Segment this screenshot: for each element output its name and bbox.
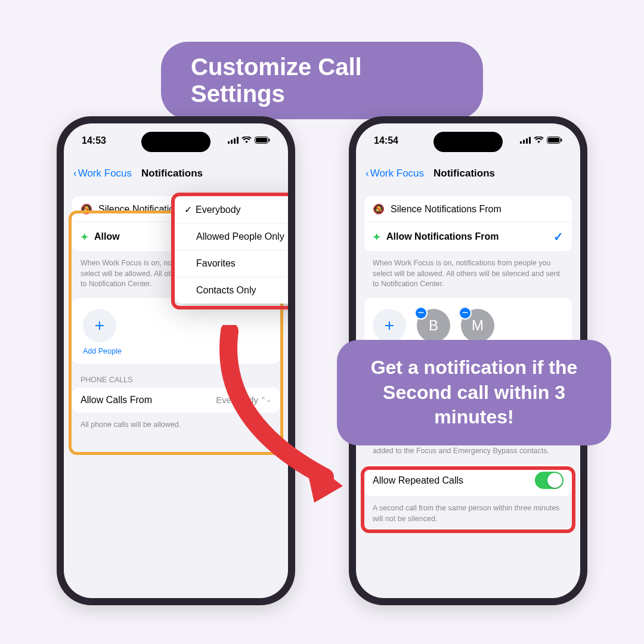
allow-repeated-row[interactable]: Allow Repeated Calls xyxy=(364,465,572,496)
battery-icon xyxy=(547,135,562,146)
svg-rect-12 xyxy=(548,138,559,143)
status-bar: 14:54 xyxy=(356,135,580,146)
back-button[interactable]: ‹ Work Focus xyxy=(73,168,132,179)
add-icon: + xyxy=(83,309,116,342)
wifi-icon xyxy=(534,135,544,146)
helper-text: added to the Focus and Emergency Bypass … xyxy=(364,442,572,465)
back-button[interactable]: ‹ Work Focus xyxy=(366,168,424,179)
svg-rect-1 xyxy=(231,140,233,144)
popup-option-everybody[interactable]: ✓Everybody xyxy=(175,196,288,224)
nav-bar: ‹ Work Focus Notifications xyxy=(356,163,580,184)
nav-bar: ‹ Work Focus Notifications xyxy=(64,163,288,184)
battery-icon xyxy=(255,135,270,146)
svg-rect-0 xyxy=(228,141,230,144)
chevron-left-icon: ‹ xyxy=(366,168,369,179)
svg-rect-9 xyxy=(526,138,528,144)
helper-text: When Work Focus is on, notifications fro… xyxy=(364,255,572,298)
add-people-button[interactable]: + xyxy=(373,309,406,342)
allow-icon: ✦ xyxy=(80,231,88,243)
remove-contact-icon[interactable]: − xyxy=(414,306,428,320)
svg-rect-7 xyxy=(520,141,522,144)
calls-from-popup: ✓Everybody Allowed People Only Favorites… xyxy=(175,196,288,304)
wifi-icon xyxy=(242,135,252,146)
signal-icon xyxy=(228,135,239,146)
svg-rect-2 xyxy=(234,138,236,144)
svg-rect-6 xyxy=(269,139,270,142)
callout-bubble: Get a notification if the Second call wi… xyxy=(337,340,611,445)
svg-rect-3 xyxy=(237,137,239,144)
check-icon: ✓ xyxy=(553,230,564,244)
toggle-on[interactable] xyxy=(535,472,564,489)
popup-option-favorites[interactable]: Favorites xyxy=(175,250,288,277)
signal-icon xyxy=(520,135,531,146)
svg-rect-8 xyxy=(523,140,525,144)
helper-text: A second call from the same person withi… xyxy=(364,500,572,532)
nav-title: Notifications xyxy=(141,168,203,179)
nav-title: Notifications xyxy=(434,168,495,179)
contact-avatar[interactable]: − B xyxy=(417,309,450,342)
check-icon: ✓ xyxy=(184,204,192,215)
contact-avatar[interactable]: − M xyxy=(461,309,494,342)
svg-rect-10 xyxy=(529,137,531,144)
status-time: 14:53 xyxy=(82,135,106,146)
svg-rect-13 xyxy=(561,139,562,142)
svg-rect-5 xyxy=(256,138,267,143)
title-banner: Customize Call Settings xyxy=(161,42,483,119)
remove-contact-icon[interactable]: − xyxy=(459,306,472,320)
status-bar: 14:53 xyxy=(64,135,288,146)
silence-row[interactable]: 🔕 Silence Notifications From xyxy=(364,196,572,222)
popup-option-allowed[interactable]: Allowed People Only xyxy=(175,224,288,250)
status-time: 14:54 xyxy=(374,135,398,146)
chevron-left-icon: ‹ xyxy=(73,168,77,179)
allow-icon: ✦ xyxy=(373,231,380,243)
allow-row[interactable]: ✦ Allow Notifications From ✓ xyxy=(364,222,572,251)
popup-option-contacts[interactable]: Contacts Only xyxy=(175,277,288,304)
bell-slash-icon: 🔕 xyxy=(373,203,385,215)
bell-slash-icon: 🔕 xyxy=(80,203,92,215)
